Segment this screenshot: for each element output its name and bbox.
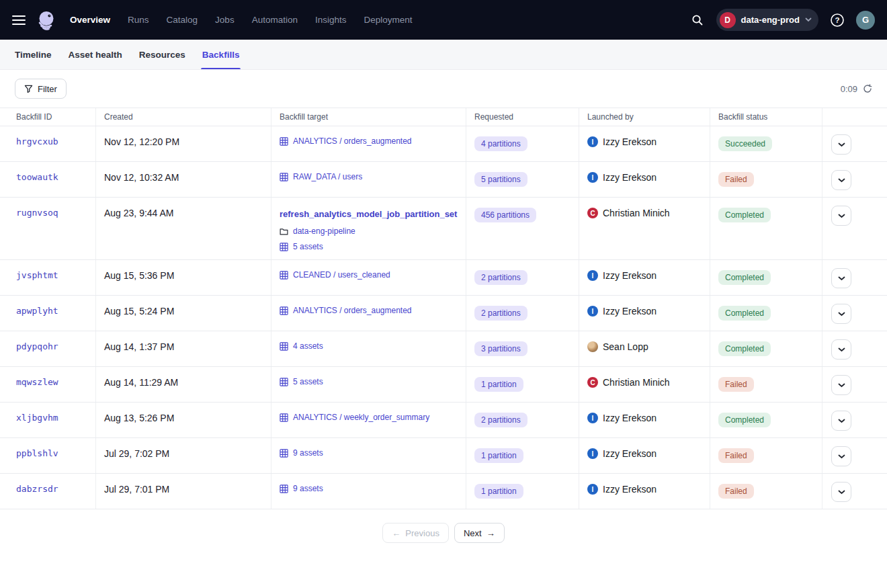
table-icon xyxy=(280,413,288,422)
target-link[interactable]: RAW_DATA / users xyxy=(293,172,362,181)
launcher-avatar: I xyxy=(587,413,598,423)
tab-timeline[interactable]: Timeline xyxy=(15,40,52,69)
nav-item-catalog[interactable]: Catalog xyxy=(167,15,198,25)
backfill-status-cell: Failed xyxy=(710,438,822,473)
row-menu-button[interactable] xyxy=(831,134,851,155)
launcher-avatar: I xyxy=(587,484,598,495)
pagination: ← Previous Next → xyxy=(0,523,887,543)
workspace-switcher[interactable]: D data-eng-prod xyxy=(716,9,818,31)
tab-backfills[interactable]: Backfills xyxy=(202,40,240,69)
backfill-status-cell: Completed xyxy=(710,260,822,295)
nav-item-automation[interactable]: Automation xyxy=(252,15,298,25)
target-link[interactable]: 5 assets xyxy=(293,377,323,386)
partitions-badge[interactable]: 2 partitions xyxy=(474,413,527,427)
target-line: CLEANED / users_cleaned xyxy=(280,270,458,280)
target-link[interactable]: 9 assets xyxy=(293,448,323,458)
backfill-status-cell: Succeeded xyxy=(710,126,822,161)
backfill-id-link[interactable]: toowautk xyxy=(16,172,58,182)
backfill-id-link[interactable]: ppblshlv xyxy=(16,448,58,458)
nav-item-runs[interactable]: Runs xyxy=(128,15,149,25)
backfill-id-cell: pdypqohr xyxy=(0,331,96,366)
launched-by-cell: IIzzy Erekson xyxy=(579,260,710,295)
table-row: hrgvcxubNov 12, 12:20 PMANALYTICS / orde… xyxy=(0,126,887,162)
row-menu-button[interactable] xyxy=(831,339,851,360)
partitions-badge[interactable]: 4 partitions xyxy=(474,136,527,151)
created-cell: Aug 14, 11:29 AM xyxy=(96,367,271,402)
dagster-logo-icon[interactable] xyxy=(35,9,58,32)
nav-item-overview[interactable]: Overview xyxy=(70,15,110,25)
partitions-badge[interactable]: 2 partitions xyxy=(474,306,527,321)
search-icon[interactable] xyxy=(687,10,708,30)
chevron-down-icon xyxy=(838,347,845,352)
nav-item-insights[interactable]: Insights xyxy=(315,15,347,25)
col-header-backfill-target: Backfill target xyxy=(271,108,466,126)
target-link[interactable]: CLEANED / users_cleaned xyxy=(293,270,390,280)
col-header-launched-by: Launched by xyxy=(579,108,710,126)
row-menu-button[interactable] xyxy=(831,446,851,466)
backfill-id-link[interactable]: jvsphtmt xyxy=(16,270,58,280)
table-row: toowautkNov 12, 10:32 AMRAW_DATA / users… xyxy=(0,162,887,198)
created-cell: Jul 29, 7:02 PM xyxy=(96,438,271,473)
tab-asset-health[interactable]: Asset health xyxy=(69,40,122,69)
target-link[interactable]: 4 assets xyxy=(293,341,323,351)
backfill-id-link[interactable]: dabzrsdr xyxy=(16,484,58,494)
table-icon xyxy=(280,449,288,458)
backfill-status-cell: Completed xyxy=(710,198,822,259)
launcher-avatar: C xyxy=(587,208,598,218)
partitions-badge[interactable]: 456 partitions xyxy=(474,208,536,222)
backfill-id-link[interactable]: xljbgvhm xyxy=(16,413,58,423)
next-page-button[interactable]: Next → xyxy=(454,523,505,543)
table-header-row: Backfill ID Created Backfill target Requ… xyxy=(0,108,887,126)
row-menu-button[interactable] xyxy=(831,206,851,226)
backfill-id-link[interactable]: rugnvsoq xyxy=(16,208,58,218)
row-menu-button[interactable] xyxy=(831,304,851,324)
partitions-badge[interactable]: 3 partitions xyxy=(474,341,527,356)
nav-item-deployment[interactable]: Deployment xyxy=(364,15,412,25)
backfill-id-link[interactable]: apwplyht xyxy=(16,306,58,316)
backfill-target-cell: refresh_analytics_model_job_partition_se… xyxy=(271,198,466,259)
user-avatar[interactable]: G xyxy=(856,11,875,30)
backfill-id-link[interactable]: mqwszlew xyxy=(16,377,58,387)
partitions-badge[interactable]: 1 partition xyxy=(474,448,523,463)
target-link[interactable]: data-eng-pipeline xyxy=(293,226,355,236)
launcher-avatar: I xyxy=(587,448,598,459)
launcher-avatar: I xyxy=(587,136,598,147)
refresh-icon[interactable] xyxy=(863,84,872,93)
row-menu-button[interactable] xyxy=(831,411,851,431)
backfill-id-link[interactable]: pdypqohr xyxy=(16,341,58,351)
help-icon[interactable]: ? xyxy=(827,10,847,30)
tab-resources[interactable]: Resources xyxy=(139,40,185,69)
menu-icon[interactable] xyxy=(12,15,26,25)
backfill-status-cell: Completed xyxy=(710,296,822,331)
target-link[interactable]: ANALYTICS / weekly_order_summary xyxy=(293,413,429,422)
target-link[interactable]: ANALYTICS / orders_augmented xyxy=(293,136,412,146)
row-menu-button[interactable] xyxy=(831,170,851,190)
job-title-link[interactable]: refresh_analytics_model_job_partition_se… xyxy=(280,209,457,219)
previous-page-button[interactable]: ← Previous xyxy=(382,523,449,543)
requested-cell: 4 partitions xyxy=(466,126,579,161)
backfill-target-cell: ANALYTICS / weekly_order_summary xyxy=(271,403,466,437)
actions-cell xyxy=(822,296,887,331)
target-line: 5 assets xyxy=(280,377,458,386)
svg-text:?: ? xyxy=(835,16,839,24)
partitions-badge[interactable]: 1 partition xyxy=(474,377,523,392)
row-menu-button[interactable] xyxy=(831,482,851,502)
partitions-badge[interactable]: 1 partition xyxy=(474,484,523,499)
requested-cell: 1 partition xyxy=(466,474,579,509)
target-link[interactable]: ANALYTICS / orders_augmented xyxy=(293,306,412,315)
table-row: dabzrsdrJul 29, 7:01 PM9 assets1 partiti… xyxy=(0,474,887,509)
partitions-badge[interactable]: 5 partitions xyxy=(474,172,527,187)
row-menu-button[interactable] xyxy=(831,268,851,288)
row-menu-button[interactable] xyxy=(831,375,851,395)
requested-cell: 2 partitions xyxy=(466,403,579,437)
launcher-name: Izzy Erekson xyxy=(603,484,657,495)
target-link[interactable]: 5 assets xyxy=(293,242,323,251)
nav-item-jobs[interactable]: Jobs xyxy=(215,15,235,25)
created-cell: Aug 23, 9:44 AM xyxy=(96,198,271,259)
target-link[interactable]: 9 assets xyxy=(293,484,323,493)
backfill-id-link[interactable]: hrgvcxub xyxy=(16,136,58,146)
filter-button[interactable]: Filter xyxy=(15,79,67,99)
overview-tabbar: Timeline Asset health Resources Backfill… xyxy=(0,40,887,70)
partitions-badge[interactable]: 2 partitions xyxy=(474,270,527,285)
launched-by-cell: IIzzy Erekson xyxy=(579,438,710,473)
